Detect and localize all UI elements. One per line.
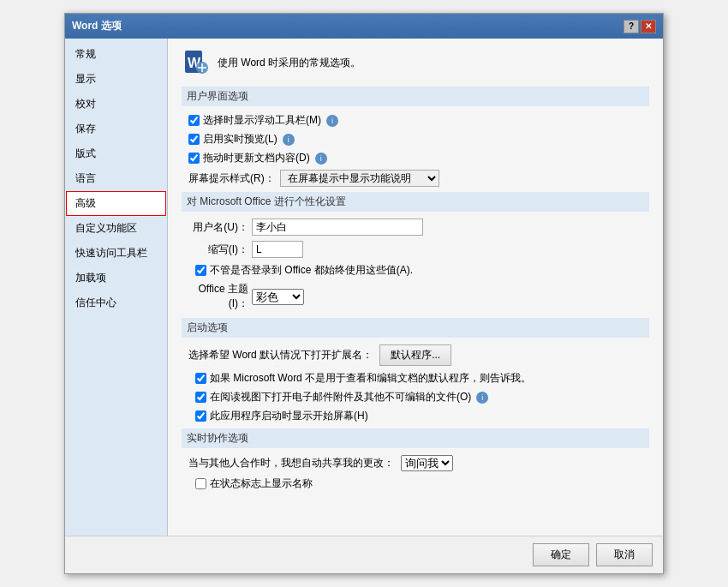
share-select[interactable]: 询问我 始终 从不 xyxy=(401,455,453,471)
auto-update-label: 拖动时更新文档内容(D) xyxy=(203,151,310,165)
theme-select[interactable]: 彩色 深灰色 白色 xyxy=(252,289,304,305)
default-program-label: 选择希望 Word 默认情况下打开扩展名： xyxy=(188,348,373,362)
close-button[interactable]: ✕ xyxy=(641,20,656,33)
open-mail-checkbox[interactable] xyxy=(195,392,206,403)
word-options-dialog: Word 选项 ? ✕ 常规 显示 校对 保存 版式 语言 高级 自定义功能区 … xyxy=(64,13,664,574)
screen-tip-label: 屏幕提示样式(R)： xyxy=(188,171,275,186)
personalize-section: 用户名(U)： 缩写(I)： 不管是否登录到 Office 都始终使用这些值(A… xyxy=(182,219,649,311)
initials-label: 缩写(I)： xyxy=(188,243,248,257)
notify-checkbox[interactable] xyxy=(195,373,206,384)
default-program-button[interactable]: 默认程序... xyxy=(379,344,451,366)
section-realtime-title: 实时协作选项 xyxy=(182,428,649,448)
startup-section: 选择希望 Word 默认情况下打开扩展名： 默认程序... 如果 Microso… xyxy=(182,344,649,423)
open-mail-row: 在阅读视图下打开电子邮件附件及其他不可编辑的文件(O) i xyxy=(188,390,649,404)
sidebar-item-display[interactable]: 显示 xyxy=(65,67,167,92)
show-name-label: 在状态标志上显示名称 xyxy=(210,476,313,491)
show-name-row: 在状态标志上显示名称 xyxy=(188,476,649,491)
section-personalize-title: 对 Microsoft Office 进行个性化设置 xyxy=(182,192,649,212)
cancel-button[interactable]: 取消 xyxy=(596,543,653,566)
notify-label: 如果 Microsoft Word 不是用于查看和编辑文档的默认程序，则告诉我。 xyxy=(210,371,531,386)
word-settings-icon: W xyxy=(182,49,209,76)
always-use-label: 不管是否登录到 Office 都始终使用这些值(A). xyxy=(210,263,413,278)
floating-toolbar-checkbox[interactable] xyxy=(188,115,200,126)
auto-update-info-icon: i xyxy=(315,153,327,165)
sidebar-item-general[interactable]: 常规 xyxy=(65,42,167,67)
always-use-checkbox[interactable] xyxy=(195,265,206,276)
show-name-checkbox[interactable] xyxy=(195,478,206,489)
floating-toolbar-row: 选择时显示浮动工具栏(M) i xyxy=(182,113,649,128)
ok-button[interactable]: 确定 xyxy=(533,543,589,566)
show-start-label: 此应用程序启动时显示开始屏幕(H) xyxy=(210,409,368,423)
open-mail-info-icon: i xyxy=(476,392,488,404)
floating-toolbar-info-icon: i xyxy=(326,115,338,127)
show-start-row: 此应用程序启动时显示开始屏幕(H) xyxy=(188,409,649,423)
main-content: W 使用 Word 时采用的常规选项。 用户界面选项 选择时显示浮动工具栏(M)… xyxy=(168,39,663,536)
show-start-checkbox[interactable] xyxy=(195,410,206,422)
share-label: 当与其他人合作时，我想自动共享我的更改： xyxy=(188,456,394,470)
default-program-row: 选择希望 Word 默认情况下打开扩展名： 默认程序... xyxy=(188,344,649,366)
screen-tip-select[interactable]: 在屏幕提示中显示功能说明 不在屏幕提示中显示功能说明 不显示屏幕提示 xyxy=(280,170,439,187)
sidebar-item-save[interactable]: 保存 xyxy=(65,117,167,141)
live-preview-info-icon: i xyxy=(283,134,295,146)
help-button[interactable]: ? xyxy=(624,20,639,33)
initials-row: 缩写(I)： xyxy=(188,241,649,258)
username-label: 用户名(U)： xyxy=(188,220,248,235)
theme-label: Office 主题(I)： xyxy=(188,282,248,311)
always-use-row: 不管是否登录到 Office 都始终使用这些值(A). xyxy=(188,263,649,278)
section-startup-title: 启动选项 xyxy=(182,318,649,338)
notify-row: 如果 Microsoft Word 不是用于查看和编辑文档的默认程序，则告诉我。 xyxy=(188,371,649,386)
sidebar: 常规 显示 校对 保存 版式 语言 高级 自定义功能区 快速访问工具栏 加载项 … xyxy=(65,39,168,536)
sidebar-item-trust[interactable]: 信任中心 xyxy=(65,291,167,315)
realtime-section: 当与其他人合作时，我想自动共享我的更改： 询问我 始终 从不 在状态标志上显示名… xyxy=(182,455,649,491)
sidebar-item-customize[interactable]: 自定义功能区 xyxy=(65,216,167,241)
open-mail-label: 在阅读视图下打开电子邮件附件及其他不可编辑的文件(O) xyxy=(210,390,471,404)
sidebar-item-advanced[interactable]: 高级 xyxy=(66,191,166,216)
title-bar: Word 选项 ? ✕ xyxy=(65,14,663,39)
sidebar-item-proofing[interactable]: 校对 xyxy=(65,92,167,117)
auto-update-row: 拖动时更新文档内容(D) i xyxy=(182,151,649,165)
share-row: 当与其他人合作时，我想自动共享我的更改： 询问我 始终 从不 xyxy=(188,455,649,471)
dialog-footer: 确定 取消 xyxy=(65,536,663,573)
dialog-title: Word 选项 xyxy=(72,19,122,33)
username-row: 用户名(U)： xyxy=(188,219,649,236)
screen-tip-row: 屏幕提示样式(R)： 在屏幕提示中显示功能说明 不在屏幕提示中显示功能说明 不显… xyxy=(182,170,649,187)
live-preview-label: 启用实时预览(L) xyxy=(203,132,277,147)
auto-update-checkbox[interactable] xyxy=(188,153,200,164)
dialog-body: 常规 显示 校对 保存 版式 语言 高级 自定义功能区 快速访问工具栏 加载项 … xyxy=(65,39,663,536)
username-input[interactable] xyxy=(252,219,423,236)
main-header-text: 使用 Word 时采用的常规选项。 xyxy=(218,56,361,70)
sidebar-item-addins[interactable]: 加载项 xyxy=(65,266,167,291)
live-preview-checkbox[interactable] xyxy=(188,134,200,145)
sidebar-item-layout[interactable]: 版式 xyxy=(65,141,167,166)
live-preview-row: 启用实时预览(L) i xyxy=(182,132,649,147)
sidebar-item-qat[interactable]: 快速访问工具栏 xyxy=(65,241,167,266)
sidebar-item-language[interactable]: 语言 xyxy=(65,166,167,191)
section-ui-options-title: 用户界面选项 xyxy=(182,87,649,106)
title-bar-buttons: ? ✕ xyxy=(624,20,656,33)
main-header: W 使用 Word 时采用的常规选项。 xyxy=(182,49,649,76)
initials-input[interactable] xyxy=(252,241,303,258)
theme-row: Office 主题(I)： 彩色 深灰色 白色 xyxy=(188,282,649,311)
floating-toolbar-label: 选择时显示浮动工具栏(M) xyxy=(203,113,321,128)
